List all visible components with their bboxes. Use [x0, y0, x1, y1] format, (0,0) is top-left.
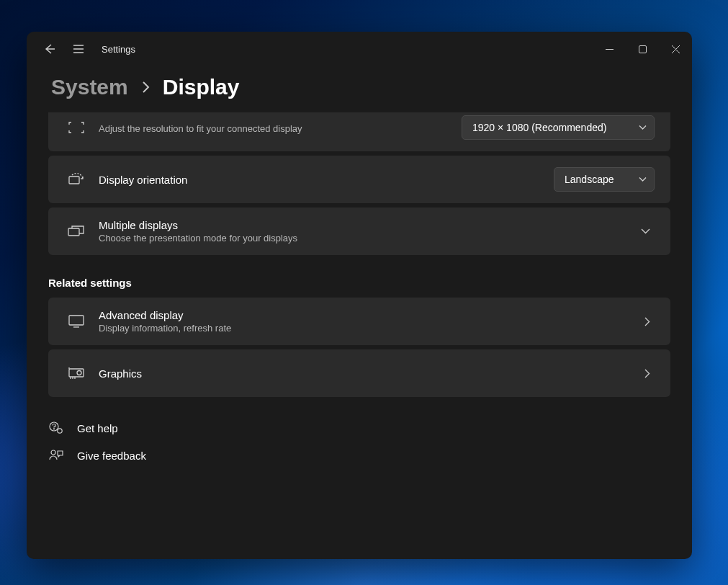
- breadcrumb: System Display: [27, 66, 692, 112]
- titlebar: Settings: [27, 32, 692, 66]
- svg-rect-2: [68, 228, 79, 236]
- multiple-title: Multiple displays: [99, 219, 628, 231]
- multiple-displays-icon: [64, 225, 89, 238]
- orientation-icon: [64, 173, 89, 186]
- hamburger-icon: [73, 44, 84, 54]
- chevron-down-icon: [639, 177, 647, 182]
- svg-rect-3: [69, 316, 84, 325]
- resolution-dropdown[interactable]: 1920 × 1080 (Recommended): [462, 115, 655, 140]
- give-feedback-label: Give feedback: [77, 450, 146, 462]
- chevron-down-icon: [639, 125, 647, 130]
- get-help-label: Get help: [77, 422, 118, 434]
- display-resolution-row[interactable]: Adjust the resolution to fit your connec…: [48, 112, 670, 151]
- chevron-down-icon: [641, 228, 650, 234]
- back-arrow-icon: [44, 43, 55, 55]
- app-title: Settings: [102, 44, 135, 55]
- monitor-icon: [64, 315, 89, 328]
- chevron-right-icon: [644, 369, 650, 378]
- chevron-right-icon: [141, 81, 150, 94]
- svg-rect-1: [69, 177, 79, 184]
- display-orientation-row[interactable]: Display orientation Landscape: [48, 156, 670, 203]
- multiple-displays-row[interactable]: Multiple displays Choose the presentatio…: [48, 207, 670, 255]
- window-controls: [593, 37, 692, 61]
- maximize-button[interactable]: [626, 37, 659, 61]
- feedback-icon: [48, 449, 64, 462]
- go-button[interactable]: [632, 317, 655, 326]
- content-area: Adjust the resolution to fit your connec…: [27, 112, 692, 559]
- advanced-title: Advanced display: [99, 309, 632, 321]
- advanced-display-row[interactable]: Advanced display Display information, re…: [48, 298, 670, 345]
- help-icon: [48, 421, 64, 434]
- give-feedback-link[interactable]: Give feedback: [48, 442, 670, 469]
- resolution-subtitle: Adjust the resolution to fit your connec…: [99, 123, 462, 134]
- back-button[interactable]: [35, 35, 64, 63]
- advanced-subtitle: Display information, refresh rate: [99, 323, 632, 334]
- settings-window: Settings System Display Adjust: [27, 32, 692, 559]
- get-help-link[interactable]: Get help: [48, 414, 670, 442]
- graphics-card-icon: [64, 367, 89, 380]
- nav-menu-button[interactable]: [64, 35, 93, 63]
- orientation-value: Landscape: [565, 174, 614, 185]
- resolution-value: 1920 × 1080 (Recommended): [472, 122, 606, 133]
- graphics-title: Graphics: [99, 367, 632, 380]
- minimize-button[interactable]: [593, 37, 626, 61]
- breadcrumb-parent[interactable]: System: [51, 75, 128, 99]
- svg-point-7: [54, 429, 55, 429]
- close-icon: [672, 45, 680, 53]
- maximize-icon: [639, 45, 647, 53]
- svg-point-9: [51, 450, 55, 455]
- graphics-row[interactable]: Graphics: [48, 349, 670, 397]
- related-settings-heading: Related settings: [48, 277, 670, 289]
- resolution-icon: [64, 122, 89, 133]
- orientation-dropdown[interactable]: Landscape: [554, 167, 655, 192]
- close-button[interactable]: [659, 37, 692, 61]
- orientation-title: Display orientation: [99, 174, 554, 186]
- breadcrumb-current: Display: [163, 75, 240, 99]
- go-button[interactable]: [632, 369, 655, 378]
- svg-point-5: [77, 371, 81, 375]
- chevron-right-icon: [644, 317, 650, 326]
- multiple-subtitle: Choose the presentation mode for your di…: [99, 233, 628, 244]
- svg-point-8: [58, 429, 62, 433]
- svg-rect-0: [639, 45, 646, 53]
- expand-button[interactable]: [628, 228, 655, 234]
- minimize-icon: [606, 45, 614, 53]
